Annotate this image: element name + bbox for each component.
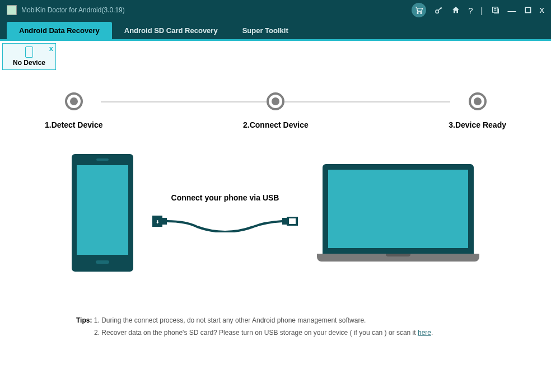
home-icon[interactable] [451,6,460,15]
svg-rect-4 [525,7,530,12]
tab-super-toolkit[interactable]: Super Toolkit [230,22,301,39]
phone-icon [25,46,33,58]
cart-icon[interactable] [412,3,426,17]
step-circle-icon [469,92,487,110]
app-title: MobiKin Doctor for Android(3.0.19) [21,6,125,14]
close-button[interactable]: x [540,4,545,16]
svg-rect-10 [289,218,296,224]
svg-rect-8 [282,218,287,225]
step-circle-icon [65,92,83,110]
svg-point-1 [421,12,422,13]
svg-rect-6 [162,218,167,225]
connect-area: Connect your phone via USB ⬍ [152,193,298,232]
minimize-button[interactable]: — [508,6,516,15]
scan-here-link[interactable]: here [418,329,431,337]
tip-2-end: . [431,329,433,337]
tab-sd-card-recovery[interactable]: Android SD Card Recovery [112,22,230,39]
app-icon [7,5,17,15]
maximize-button[interactable] [524,6,532,14]
phone-illustration [72,154,133,272]
tip-1: Tips: 1. During the connect process, do … [76,316,551,324]
step-2: 2.Connect Device [243,92,309,129]
device-slot-label: No Device [13,59,45,67]
divider: | [481,6,483,15]
step-1-label: 1.Detect Device [45,120,103,129]
tab-android-data-recovery[interactable]: Android Data Recovery [7,22,112,39]
title-bar: MobiKin Doctor for Android(3.0.19) ? | —… [0,0,551,20]
svg-point-0 [417,12,418,13]
step-3-label: 3.Device Ready [449,120,506,129]
step-1: 1.Detect Device [45,92,103,129]
tips-section: Tips: 1. During the connect process, do … [76,316,551,337]
step-circle-icon [267,92,284,110]
step-indicator: 1.Detect Device 2.Connect Device 3.Devic… [45,92,506,129]
device-close-icon[interactable]: x [49,44,53,53]
connect-instruction: Connect your phone via USB [171,193,279,202]
feedback-icon[interactable] [491,6,500,15]
tab-bar: Android Data Recovery Android SD Card Re… [0,20,551,39]
step-3: 3.Device Ready [449,92,506,129]
svg-point-2 [436,10,439,13]
usb-cable-icon: ⬍ [152,210,298,232]
device-slot[interactable]: x No Device [2,43,56,70]
key-icon[interactable] [434,6,443,15]
help-button[interactable]: ? [468,6,473,15]
tips-label: Tips: [76,316,92,324]
tip-2-text: 2. Recover data on the phone's SD card? … [94,329,418,337]
tip-2: 2. Recover data on the phone's SD card? … [94,329,551,337]
svg-text:⬍: ⬍ [156,220,160,225]
accent-bar [0,39,551,41]
step-2-label: 2.Connect Device [243,120,309,129]
connect-illustration: Connect your phone via USB ⬍ [0,154,551,272]
tip-1-text: 1. During the connect process, do not st… [94,316,366,324]
title-controls: ? | — x [412,3,544,17]
laptop-illustration [317,164,479,262]
